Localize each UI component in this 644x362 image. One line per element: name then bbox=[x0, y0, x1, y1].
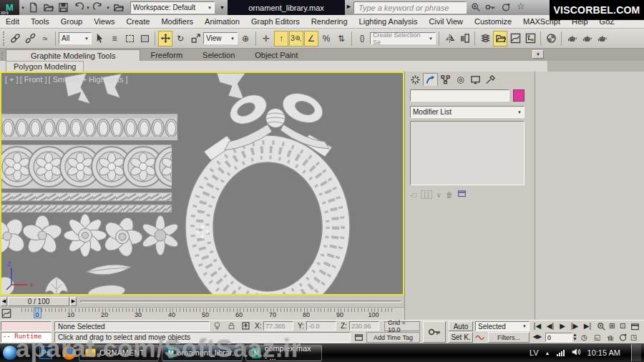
unlink-selection-button[interactable] bbox=[23, 31, 37, 47]
time-slider-track[interactable] bbox=[80, 300, 401, 303]
selection-filter-dropdown[interactable]: All▼ bbox=[59, 32, 92, 44]
menu-views[interactable]: Views bbox=[88, 15, 120, 28]
infocenter-arrow-icon[interactable]: ► bbox=[346, 3, 352, 10]
play-animation-button[interactable]: ▶ bbox=[558, 322, 567, 330]
percent-snap-toggle[interactable]: % bbox=[319, 31, 333, 47]
maximize-viewport-toggle[interactable]: ◳ bbox=[630, 333, 637, 341]
maxscript-mini-listener-pink[interactable] bbox=[1, 321, 52, 331]
zoom-region-button[interactable]: ◱ bbox=[594, 333, 600, 341]
undo-dropdown-icon[interactable]: ▼ bbox=[86, 6, 91, 10]
maxscript-mini-listener-white[interactable]: -- Runtime bbox=[1, 332, 52, 343]
graphite-modeling-ribbon-toggle[interactable] bbox=[493, 31, 507, 47]
volume-icon[interactable] bbox=[571, 347, 581, 358]
manage-layers-button[interactable] bbox=[478, 31, 492, 47]
render-setup-button[interactable] bbox=[565, 31, 579, 47]
pin-stack-button[interactable]: -□ bbox=[410, 191, 416, 199]
use-pivot-point-center-button[interactable]: ⊕ bbox=[238, 31, 253, 47]
zoom-extents-all-selected-button[interactable] bbox=[630, 322, 640, 333]
next-frame-arrow[interactable]: ▶ bbox=[70, 297, 77, 306]
curve-editor-button[interactable] bbox=[508, 31, 522, 47]
mirror-button[interactable] bbox=[442, 31, 457, 47]
redo-dropdown-icon[interactable]: ▼ bbox=[106, 6, 111, 10]
photoshop-icon[interactable]: Ps bbox=[39, 346, 52, 359]
select-and-scale-button[interactable] bbox=[188, 31, 203, 47]
align-button[interactable] bbox=[457, 31, 472, 47]
firefox-icon[interactable] bbox=[62, 346, 76, 360]
rendered-frame-window-button[interactable] bbox=[580, 31, 594, 47]
front-viewport[interactable]: [ + ] [ Front ] [ Smooth + Highlights ] bbox=[0, 72, 404, 295]
next-frame-button[interactable]: |▶ bbox=[570, 322, 580, 330]
tab-utilities[interactable] bbox=[483, 73, 498, 86]
material-editor-button[interactable] bbox=[544, 31, 558, 47]
tab-motion[interactable]: ◎ bbox=[453, 73, 468, 86]
menu-customize[interactable]: Customize bbox=[469, 15, 517, 28]
object-color-swatch[interactable] bbox=[513, 89, 525, 102]
bind-to-space-warp-button[interactable]: ≈ bbox=[38, 31, 52, 47]
previous-frame-button[interactable]: ◀| bbox=[545, 322, 555, 330]
angle-snap-toggle[interactable]: ∠ bbox=[304, 31, 318, 47]
orbit-button[interactable] bbox=[618, 333, 628, 343]
zoom-viewport-button[interactable] bbox=[597, 322, 606, 333]
infocenter-search-field[interactable]: Type a keyword or phrase bbox=[353, 1, 467, 14]
search-binoculars-icon[interactable] bbox=[471, 2, 481, 15]
menu-rendering[interactable]: Rendering bbox=[306, 15, 353, 28]
show-hidden-icons-arrow[interactable]: ▲ bbox=[545, 351, 550, 356]
absolute-offset-mode-toggle[interactable] bbox=[241, 321, 250, 332]
remove-modifier-button[interactable]: 🗑 bbox=[446, 191, 453, 199]
ribbon-tab-selection[interactable]: Selection bbox=[192, 49, 245, 61]
current-frame-field[interactable] bbox=[545, 333, 572, 342]
select-and-move-button[interactable] bbox=[158, 31, 172, 47]
frame-spinner[interactable]: ▲▼ bbox=[572, 333, 577, 341]
new-scene-button[interactable] bbox=[26, 1, 40, 14]
menu-edit[interactable]: Edit bbox=[0, 15, 25, 28]
modifier-stack-list[interactable] bbox=[410, 121, 525, 185]
tab-display[interactable] bbox=[468, 73, 483, 86]
pan-view-button[interactable] bbox=[606, 333, 615, 343]
y-coordinate-field[interactable] bbox=[306, 321, 336, 331]
ribbon-tab-object-paint[interactable]: Object Paint bbox=[245, 49, 308, 61]
menu-modifiers[interactable]: Modifiers bbox=[155, 15, 199, 28]
make-unique-button[interactable]: ∨ bbox=[436, 191, 441, 199]
x-coordinate-field[interactable] bbox=[263, 321, 293, 331]
modifier-list-dropdown[interactable]: Modifier List▼ bbox=[410, 106, 525, 118]
select-and-manipulate-button[interactable]: ✛ bbox=[259, 31, 273, 47]
prompt-help-bulb-icon[interactable] bbox=[213, 321, 222, 332]
ribbon-minimize-button[interactable]: ▼ bbox=[532, 50, 544, 59]
taskbar-window-ornament-folder[interactable]: ORNAMENT bbox=[79, 345, 159, 361]
spinner-snap-toggle[interactable]: ⇅ bbox=[334, 31, 348, 47]
application-menu-button[interactable]: M3DS bbox=[0, 0, 19, 15]
key-filters-button[interactable]: Filters... bbox=[488, 332, 530, 343]
workspace-selector[interactable]: Workspace: Default▼ bbox=[130, 1, 215, 14]
set-key-button[interactable]: Set K. bbox=[449, 332, 473, 343]
configure-modifier-sets-button[interactable] bbox=[457, 188, 467, 201]
select-and-link-button[interactable] bbox=[8, 31, 22, 47]
key-filter-dropdown[interactable]: Selected▼ bbox=[475, 321, 530, 331]
communication-center-icon[interactable] bbox=[501, 2, 511, 15]
favorites-star-icon[interactable]: ☆ bbox=[517, 1, 525, 11]
keyshot-key-icon[interactable] bbox=[485, 2, 495, 15]
tab-modify[interactable] bbox=[423, 73, 438, 86]
isolate-selection-toggle[interactable] bbox=[354, 333, 364, 343]
start-button[interactable] bbox=[2, 345, 18, 361]
render-production-button[interactable] bbox=[595, 31, 609, 47]
viewport-menu-point-of-view[interactable]: [ Front ] bbox=[20, 75, 47, 84]
undo-button[interactable] bbox=[72, 1, 85, 14]
tab-create[interactable] bbox=[408, 73, 423, 86]
previous-frame-arrow[interactable]: ◀ bbox=[1, 297, 7, 306]
menu-civil-view[interactable]: Civil View bbox=[424, 15, 469, 28]
select-by-name-button[interactable]: ≡ bbox=[107, 31, 122, 47]
set-keys-button[interactable] bbox=[423, 321, 446, 343]
viewport-menu-shading[interactable]: [ Smooth + Highlights ] bbox=[49, 75, 128, 84]
named-selection-sets-dropdown[interactable]: Create Selection Se▼ bbox=[370, 32, 436, 44]
reference-coordinate-system-dropdown[interactable]: View▼ bbox=[203, 32, 238, 44]
ribbon-grip[interactable] bbox=[1, 52, 4, 61]
show-end-result-button[interactable]: | | bbox=[421, 190, 431, 199]
window-crossing-toggle[interactable] bbox=[137, 31, 152, 47]
auto-key-button[interactable]: Auto bbox=[449, 321, 473, 331]
network-signal-icon[interactable] bbox=[557, 350, 565, 356]
select-and-rotate-button[interactable]: ↻ bbox=[173, 31, 187, 47]
taskbar-window-ornament-library[interactable]: Mornament_librar... bbox=[162, 345, 243, 361]
menu-graph-editors[interactable]: Graph Editors bbox=[245, 15, 306, 28]
menu-create[interactable]: Create bbox=[120, 15, 155, 28]
time-configuration-button[interactable]: ◷ bbox=[581, 333, 587, 341]
